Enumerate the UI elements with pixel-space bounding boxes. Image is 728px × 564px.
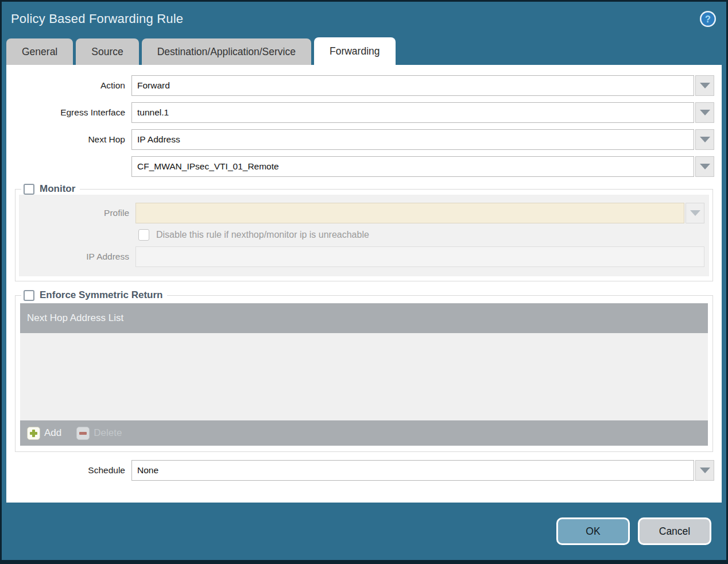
- disable-rule-row: Disable this rule if nexthop/monitor ip …: [24, 229, 704, 241]
- tab-label: Forwarding: [330, 45, 380, 57]
- disable-rule-checkbox: [138, 229, 149, 241]
- delete-button-label: Delete: [94, 427, 122, 439]
- cancel-button[interactable]: Cancel: [638, 517, 711, 545]
- plus-icon: [27, 427, 40, 440]
- disable-rule-label: Disable this rule if nexthop/monitor ip …: [156, 230, 369, 240]
- tab-label: General: [22, 46, 57, 58]
- schedule-select[interactable]: None: [131, 460, 694, 481]
- help-icon: ?: [699, 21, 717, 30]
- profile-dropdown-button: [686, 203, 704, 223]
- dialog-footer: OK Cancel: [2, 503, 726, 560]
- help-button[interactable]: ?: [699, 10, 717, 28]
- profile-select: [135, 203, 684, 223]
- egress-interface-select[interactable]: tunnel.1: [131, 102, 694, 123]
- profile-row: Profile: [24, 203, 704, 223]
- schedule-label: Schedule: [14, 465, 131, 476]
- egress-interface-dropdown-button[interactable]: [695, 102, 714, 123]
- enforce-symmetric-return-fieldset: Enforce Symmetric Return Next Hop Addres…: [15, 289, 713, 452]
- next-hop-address-row: CF_MWAN_IPsec_VTI_01_Remote: [14, 156, 714, 177]
- tab-general[interactable]: General: [6, 38, 73, 65]
- chevron-down-icon: [690, 210, 700, 216]
- delete-button[interactable]: Delete: [76, 427, 122, 440]
- chevron-down-icon: [700, 468, 710, 473]
- next-hop-address-select[interactable]: CF_MWAN_IPsec_VTI_01_Remote: [131, 156, 694, 177]
- schedule-row: Schedule None: [14, 460, 714, 481]
- action-label: Action: [14, 80, 131, 91]
- action-select[interactable]: Forward: [131, 75, 694, 96]
- next-hop-label: Next Hop: [14, 134, 131, 145]
- next-hop-address-list-header: Next Hop Address List: [20, 303, 708, 333]
- monitor-fieldset: Monitor Profile Disable this rule if nex…: [15, 183, 713, 281]
- action-row: Action Forward: [14, 75, 714, 96]
- next-hop-type-select[interactable]: IP Address: [131, 129, 694, 150]
- dialog-title: Policy Based Forwarding Rule: [11, 11, 183, 26]
- tab-label: Source: [91, 46, 123, 58]
- add-button-label: Add: [44, 427, 61, 439]
- tab-source[interactable]: Source: [76, 38, 138, 65]
- monitor-checkbox[interactable]: [24, 184, 34, 195]
- action-dropdown-button[interactable]: [695, 75, 714, 96]
- monitor-legend: Monitor: [21, 183, 80, 195]
- tab-destination-application-service[interactable]: Destination/Application/Service: [142, 38, 311, 65]
- enforce-symmetric-return-legend-label: Enforce Symmetric Return: [40, 289, 162, 301]
- enforce-symmetric-return-legend: Enforce Symmetric Return: [21, 289, 167, 301]
- minus-icon: [76, 427, 90, 440]
- tab-forwarding[interactable]: Forwarding: [314, 37, 396, 65]
- next-hop-address-list-table: Next Hop Address List Add Delete: [20, 303, 708, 446]
- profile-label: Profile: [24, 208, 135, 218]
- next-hop-address-dropdown-button[interactable]: [695, 156, 714, 177]
- dialog-titlebar: Policy Based Forwarding Rule ?: [2, 2, 726, 36]
- forwarding-tab-panel: Action Forward Egress Interface tunnel.1…: [6, 65, 722, 503]
- next-hop-address-list-body[interactable]: [20, 333, 708, 420]
- monitor-panel: Profile Disable this rule if nexthop/mon…: [19, 195, 709, 276]
- svg-text:?: ?: [705, 14, 711, 24]
- chevron-down-icon: [700, 83, 710, 88]
- next-hop-address-list-footer: Add Delete: [20, 420, 708, 446]
- egress-interface-label: Egress Interface: [14, 107, 131, 118]
- monitor-ip-address-row: IP Address: [24, 246, 704, 267]
- next-hop-dropdown-button[interactable]: [695, 129, 714, 150]
- chevron-down-icon: [700, 137, 710, 142]
- egress-interface-row: Egress Interface tunnel.1: [14, 102, 714, 123]
- next-hop-row: Next Hop IP Address: [14, 129, 714, 150]
- tab-bar: General Source Destination/Application/S…: [2, 36, 726, 65]
- add-button[interactable]: Add: [27, 427, 61, 440]
- chevron-down-icon: [700, 110, 710, 115]
- tab-label: Destination/Application/Service: [157, 46, 296, 58]
- ok-button[interactable]: OK: [556, 517, 630, 545]
- monitor-legend-label: Monitor: [40, 183, 75, 195]
- policy-based-forwarding-rule-dialog: Policy Based Forwarding Rule ? General S…: [0, 0, 728, 564]
- schedule-dropdown-button[interactable]: [695, 460, 714, 481]
- enforce-symmetric-return-checkbox[interactable]: [24, 290, 34, 301]
- monitor-ip-address-input: [135, 246, 704, 267]
- monitor-ip-address-label: IP Address: [24, 252, 135, 262]
- chevron-down-icon: [700, 164, 710, 169]
